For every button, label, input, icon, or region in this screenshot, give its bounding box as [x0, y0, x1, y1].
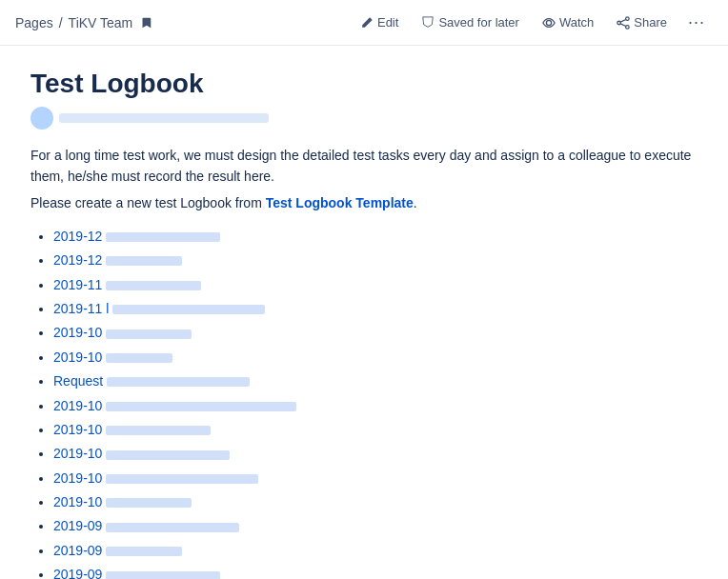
list-item: 2019-09	[53, 564, 698, 579]
page-description-note: Please create a new test Logbook from Te…	[30, 195, 698, 210]
list-item-link[interactable]: 2019-10	[53, 494, 192, 509]
description-prefix: Please create a new test Logbook from	[30, 195, 266, 210]
list-item: 2019-10	[53, 491, 698, 512]
list-item: 2019-10	[53, 419, 698, 440]
svg-point-1	[626, 16, 630, 20]
list-item: 2019-10	[53, 395, 698, 416]
breadcrumb: Pages / TiKV Team	[15, 15, 153, 30]
list-item-link[interactable]: Request	[53, 373, 250, 389]
list-item: 2019-12	[53, 226, 698, 247]
author-line	[30, 107, 698, 130]
page-title: Test Logbook	[30, 69, 698, 99]
list-item: 2019-11	[53, 274, 698, 295]
logbook-list: 2019-122019-122019-112019-11 l2019-10201…	[30, 226, 698, 579]
list-item-link[interactable]: 2019-11	[53, 277, 201, 292]
share-label: Share	[634, 15, 667, 30]
edit-label: Edit	[377, 15, 398, 30]
list-item-link[interactable]: 2019-09	[53, 518, 239, 533]
more-options-button[interactable]: ···	[680, 8, 713, 37]
list-item: 2019-10	[53, 468, 698, 489]
avatar	[30, 107, 53, 130]
list-item-link[interactable]: 2019-10	[53, 446, 230, 461]
list-item-link[interactable]: 2019-10	[53, 398, 296, 413]
page-description: For a long time test work, we must desig…	[30, 145, 698, 188]
edit-button[interactable]: Edit	[351, 10, 408, 34]
breadcrumb-separator: /	[59, 15, 63, 30]
list-item-link[interactable]: 2019-10	[53, 422, 211, 437]
list-item: 2019-09	[53, 515, 698, 536]
more-label: ···	[688, 12, 705, 31]
list-item-link[interactable]: 2019-09	[53, 567, 220, 579]
list-item: 2019-10	[53, 322, 698, 343]
list-item-link[interactable]: 2019-11 l	[53, 301, 265, 316]
template-link[interactable]: Test Logbook Template	[266, 195, 414, 210]
list-item: 2019-10	[53, 443, 698, 464]
breadcrumb-pages[interactable]: Pages	[15, 15, 53, 30]
list-item: Request	[53, 370, 698, 391]
saved-for-later-button[interactable]: Saved for later	[412, 10, 529, 34]
list-section: 2019-122019-122019-112019-11 l2019-10201…	[30, 226, 698, 579]
bookmark-icon	[138, 15, 153, 30]
svg-point-2	[617, 21, 621, 25]
top-actions: Edit Saved for later Watch Share	[351, 8, 713, 37]
svg-line-5	[620, 19, 626, 22]
list-item-link[interactable]: 2019-10	[53, 470, 258, 486]
svg-point-0	[546, 20, 551, 25]
list-item-link[interactable]: 2019-12	[53, 252, 182, 268]
watch-label: Watch	[559, 15, 594, 30]
saved-for-later-label: Saved for later	[438, 15, 519, 30]
description-suffix: .	[414, 195, 417, 210]
svg-point-3	[626, 25, 630, 29]
share-button[interactable]: Share	[607, 10, 677, 34]
list-item-link[interactable]: 2019-10	[53, 349, 172, 365]
list-item: 2019-12	[53, 250, 698, 270]
top-bar: Pages / TiKV Team Edit Saved for later	[0, 0, 728, 46]
author-text	[59, 113, 269, 123]
breadcrumb-team[interactable]: TiKV Team	[69, 15, 133, 30]
list-item-link[interactable]: 2019-09	[53, 543, 182, 558]
list-item-link[interactable]: 2019-10	[53, 325, 192, 340]
watch-button[interactable]: Watch	[533, 10, 603, 34]
list-item: 2019-11 l	[53, 298, 698, 319]
list-item: 2019-09	[53, 540, 698, 561]
list-item-link[interactable]: 2019-12	[53, 229, 220, 244]
svg-line-4	[620, 23, 626, 26]
list-item: 2019-10	[53, 347, 698, 368]
page-content: Test Logbook For a long time test work, …	[0, 46, 728, 579]
